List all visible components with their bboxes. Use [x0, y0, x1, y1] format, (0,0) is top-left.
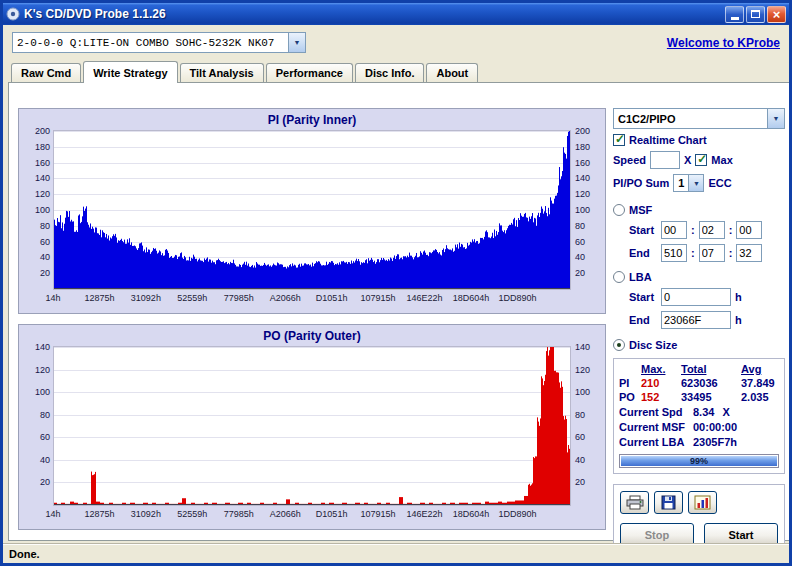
tab-performance[interactable]: Performance — [266, 63, 353, 82]
speed-unit-label: X — [684, 154, 691, 166]
y-tick-label: 100 — [21, 205, 50, 215]
printer-icon — [626, 495, 644, 510]
po-avg-value: 2.035 — [741, 391, 779, 403]
minimize-icon — [731, 17, 739, 20]
drive-selector-value: 2-0-0-0 Q:LITE-ON COMBO SOHC-5232K NK07 — [13, 37, 288, 49]
stats-row-po: PO 152 33495 2.035 — [619, 391, 779, 403]
mode-selector[interactable]: C1C2/PIPO ▼ — [613, 108, 785, 129]
colon-separator: : — [691, 224, 695, 236]
x-tick-label: 14h — [45, 509, 60, 519]
speed-label: Speed — [613, 154, 646, 166]
x-tick-label: 31092h — [131, 509, 161, 519]
lba-start-label: Start — [629, 291, 657, 303]
chevron-down-icon[interactable]: ▼ — [767, 109, 784, 128]
stats-row-pi: PI 210 623036 37.849 — [619, 377, 779, 389]
msf-radio[interactable] — [613, 204, 625, 216]
tab-tilt-analysis[interactable]: Tilt Analysis — [180, 63, 264, 82]
max-speed-label: Max — [711, 154, 732, 166]
tab-bar: Raw Cmd Write Strategy Tilt Analysis Per… — [11, 60, 781, 82]
colon-separator: : — [729, 247, 733, 259]
x-tick-label: 107915h — [361, 509, 396, 519]
y-tick-label: 120 — [21, 189, 50, 199]
status-text: Done. — [9, 548, 40, 560]
chevron-down-icon[interactable]: ▼ — [288, 33, 305, 52]
po-total-value: 33495 — [681, 391, 741, 403]
chart-image-icon — [694, 495, 711, 510]
export-chart-image-button[interactable] — [688, 491, 717, 514]
msf-end-f[interactable] — [736, 244, 762, 262]
x-tick-label: 31092h — [131, 293, 161, 303]
y-tick-label: 100 — [575, 387, 605, 397]
y-tick-label: 60 — [575, 237, 605, 247]
print-button[interactable] — [620, 491, 649, 514]
current-speed-label: Current Spd — [619, 406, 693, 418]
current-lba-row: Current LBA 2305F7h — [619, 436, 779, 448]
y-tick-label: 60 — [21, 432, 50, 442]
tab-write-strategy[interactable]: Write Strategy — [83, 61, 177, 83]
y-tick-label: 80 — [21, 221, 50, 231]
progress-label: 99% — [620, 455, 778, 468]
floppy-disk-icon — [661, 495, 676, 510]
close-icon: × — [773, 8, 781, 21]
disc-size-label: Disc Size — [629, 339, 677, 351]
y-tick-label: 140 — [575, 173, 605, 183]
app-window: K's CD/DVD Probe 1.1.26 × 2-0-0-0 Q:LITE… — [0, 0, 792, 566]
x-tick-label: 18D604h — [453, 509, 490, 519]
pipo-sum-value: 1 — [674, 177, 688, 189]
pi-chart-panel: PI (Parity Inner) 2020404060608080100100… — [18, 108, 606, 314]
lba-start-unit: h — [735, 291, 742, 303]
y-tick-label: 160 — [21, 158, 50, 168]
x-tick-label: 1DD890h — [498, 293, 536, 303]
y-tick-label: 120 — [21, 365, 50, 375]
realtime-chart-label: Realtime Chart — [629, 134, 707, 146]
x-tick-label: 52559h — [177, 293, 207, 303]
current-lba-label: Current LBA — [619, 436, 693, 448]
drive-selector[interactable]: 2-0-0-0 Q:LITE-ON COMBO SOHC-5232K NK07 … — [12, 32, 306, 53]
max-speed-checkbox[interactable] — [695, 154, 707, 166]
y-tick-label: 60 — [575, 432, 605, 442]
y-tick-label: 60 — [21, 237, 50, 247]
msf-start-s[interactable] — [699, 221, 725, 239]
tab-about[interactable]: About — [426, 63, 478, 82]
po-chart-panel: PO (Parity Outer) 2020404060608080100100… — [18, 324, 606, 530]
lba-end-input[interactable] — [661, 311, 731, 329]
disc-size-radio[interactable] — [613, 339, 625, 351]
lba-start-input[interactable] — [661, 288, 731, 306]
realtime-chart-checkbox[interactable] — [613, 134, 625, 146]
y-tick-label: 20 — [21, 268, 50, 278]
colon-separator: : — [691, 247, 695, 259]
y-tick-label: 80 — [575, 221, 605, 231]
y-tick-label: 80 — [575, 410, 605, 420]
msf-end-s[interactable] — [699, 244, 725, 262]
x-tick-label: 52559h — [177, 509, 207, 519]
titlebar: K's CD/DVD Probe 1.1.26 × — [3, 3, 789, 25]
chevron-down-icon[interactable]: ▼ — [688, 175, 703, 191]
x-tick-label: 107915h — [361, 293, 396, 303]
msf-start-f[interactable] — [736, 221, 762, 239]
po-max-value: 152 — [641, 391, 681, 403]
msf-start-label: Start — [629, 224, 657, 236]
x-tick-label: 77985h — [224, 509, 254, 519]
save-button[interactable] — [654, 491, 683, 514]
stats-panel: Max. Total Avg PI 210 623036 37.849 PO 1… — [613, 358, 785, 474]
pi-total-value: 623036 — [681, 377, 741, 389]
minimize-button[interactable] — [725, 6, 744, 23]
x-tick-label: 12875h — [84, 509, 114, 519]
current-msf-value: 00:00:00 — [693, 421, 737, 433]
speed-input[interactable] — [650, 151, 680, 169]
lba-radio[interactable] — [613, 271, 625, 283]
stats-header-max: Max. — [641, 363, 681, 375]
pipo-sum-selector[interactable]: 1 ▼ — [673, 174, 704, 192]
window-title: K's CD/DVD Probe 1.1.26 — [24, 7, 723, 21]
tab-raw-cmd[interactable]: Raw Cmd — [11, 63, 81, 82]
x-tick-label: 146E22h — [406, 509, 442, 519]
msf-end-m[interactable] — [661, 244, 687, 262]
maximize-button[interactable] — [746, 6, 765, 23]
x-tick-label: 18D604h — [453, 293, 490, 303]
maximize-icon — [751, 10, 760, 18]
pi-chart-title: PI (Parity Inner) — [19, 113, 605, 127]
close-button[interactable]: × — [767, 6, 786, 23]
welcome-link[interactable]: Welcome to KProbe — [667, 36, 780, 50]
msf-start-m[interactable] — [661, 221, 687, 239]
tab-disc-info[interactable]: Disc Info. — [355, 63, 425, 82]
